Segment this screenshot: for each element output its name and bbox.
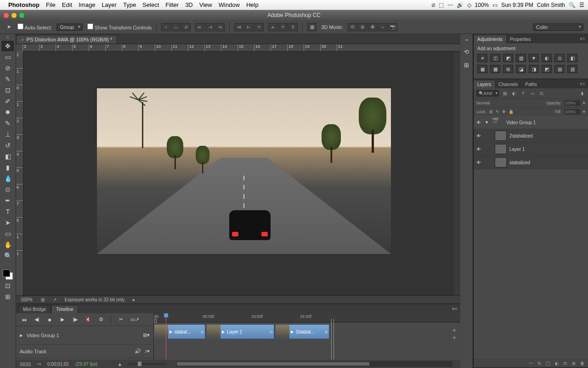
zoom-tool[interactable]: 🔍 [2, 251, 14, 261]
auto-align-icon[interactable]: ▦ [307, 23, 317, 31]
swatches-panel-icon[interactable]: ⊞ [464, 62, 469, 69]
link-layers-icon[interactable]: ⬳ [529, 361, 533, 366]
layer-mask-icon[interactable]: ◯ [546, 361, 550, 366]
filter-type-icon[interactable]: T [520, 90, 526, 97]
playhead[interactable] [166, 313, 166, 360]
layer-filter-dropdown[interactable]: 🔍Kind [476, 90, 499, 97]
audio-options-icon[interactable]: ♪▾ [145, 348, 150, 354]
crop-tool[interactable]: ⊡ [2, 85, 14, 95]
dodge-tool[interactable]: ⊙ [2, 184, 14, 195]
opacity-field[interactable]: 100% [564, 100, 580, 106]
move-tool[interactable]: ✥ [2, 41, 14, 51]
filter-shape-icon[interactable]: ▭ [529, 90, 536, 97]
zoom-out-icon[interactable]: ▲ [118, 362, 122, 367]
lasso-tool[interactable]: ⊘ [2, 63, 14, 73]
menu-help[interactable]: Help [246, 1, 259, 8]
pen-tool[interactable]: ✒ [2, 196, 14, 206]
audio-mute-icon[interactable]: 🔊 [135, 348, 141, 354]
align-top-icon[interactable]: ⫟ [161, 23, 170, 31]
settings-icon[interactable]: ⚙ [98, 316, 104, 322]
dist-left-icon[interactable]: ⫨ [268, 23, 277, 31]
convert-icon[interactable]: ↪ [37, 362, 41, 367]
zoom-slider[interactable] [129, 363, 165, 365]
layer-name[interactable]: stabalized [509, 160, 530, 165]
overflow-icon[interactable]: ⋯ [447, 2, 453, 8]
opacity-arrow-icon[interactable]: ▾ [583, 101, 585, 105]
adjustment-icon-3[interactable]: ▨ [516, 54, 526, 62]
3d-slide-icon[interactable]: ↔ [378, 23, 387, 31]
screenmode-tool[interactable]: ⊞ [2, 292, 14, 302]
quickmask-tool[interactable]: ⊡ [2, 281, 14, 291]
menu-window[interactable]: Window [219, 1, 240, 8]
tab-timeline[interactable]: Timeline [51, 305, 78, 313]
current-tool-icon[interactable]: ➤ [5, 24, 13, 30]
filter-smart-icon[interactable]: ⊡ [538, 90, 545, 97]
3d-zoom-icon[interactable]: 📷 [388, 23, 397, 31]
tab-properties[interactable]: Properties [506, 35, 535, 43]
adjustment-icon-15[interactable]: ▥ [567, 65, 577, 73]
align-right-icon[interactable]: ⫤ [215, 23, 225, 31]
menu-select[interactable]: Select [142, 1, 159, 8]
share-icon[interactable]: ↗ [53, 297, 57, 302]
frame-mode-icon[interactable]: ⊡⊡⊡ [20, 362, 31, 367]
expand-group-icon[interactable]: ▼ [485, 120, 489, 125]
adjustment-icon-4[interactable]: ▼ [529, 54, 539, 62]
menu-image[interactable]: Image [79, 1, 95, 8]
align-hcenter-icon[interactable]: ⫣ [205, 23, 215, 31]
screencast-icon[interactable]: ⎚ [432, 2, 435, 8]
adjustment-icon-0[interactable]: ☀ [477, 54, 487, 62]
notification-center-icon[interactable]: ☰ [579, 2, 584, 8]
filter-toggle[interactable]: ▮ [579, 90, 585, 97]
layer-fx-icon[interactable]: fx [538, 361, 541, 366]
first-frame-button[interactable]: ⏮ [21, 317, 27, 322]
tab-adjustments[interactable]: Adjustments [474, 35, 506, 43]
transition-button[interactable]: ▭↗ [130, 316, 137, 322]
align-vcenter-icon[interactable]: ⫠ [171, 23, 181, 31]
healing-tool[interactable]: ✹ [2, 107, 14, 117]
auto-select-checkbox[interactable]: Auto-Select: [17, 23, 52, 30]
lock-all-icon[interactable]: 🔒 [509, 109, 514, 114]
fill-arrow-icon[interactable]: ▾ [583, 109, 585, 114]
mute-button[interactable]: 🔇 [85, 316, 91, 322]
user-name[interactable]: Colin Smith [537, 2, 565, 8]
lock-pixels-icon[interactable]: ✎ [496, 109, 499, 114]
align-left-icon[interactable]: ⫢ [195, 23, 204, 31]
visibility-toggle-icon[interactable]: 👁 [475, 120, 482, 125]
brush-tool[interactable]: ✎ [2, 118, 14, 128]
adjustment-icon-11[interactable]: ◪ [516, 65, 526, 73]
vertical-ruler[interactable]: 2101234567811 [16, 52, 23, 295]
shape-tool[interactable]: ▭ [2, 229, 14, 239]
track-options-icon[interactable]: ⊞▾ [143, 332, 150, 338]
video-group-track-header[interactable]: ▶ Video Group 1 ⊞▾ [16, 326, 153, 345]
panel-grip-icon[interactable]: ⠿ [6, 36, 9, 40]
zoom-level[interactable]: 100% [21, 297, 33, 302]
layer-row[interactable]: 👁Layer 1 [474, 143, 588, 156]
workspace-dropdown[interactable]: Colin [533, 23, 583, 31]
adjustment-icon-6[interactable]: ⚖ [554, 54, 565, 62]
tab-mini-bridge[interactable]: Mini Bridge [18, 305, 51, 313]
dist-bottom-icon[interactable]: ⫧ [254, 23, 264, 31]
close-tab-icon[interactable]: × [21, 37, 24, 42]
filter-pixel-icon[interactable]: ▧ [502, 90, 508, 97]
new-group-icon[interactable]: 🗀 [563, 361, 567, 366]
menu-layer[interactable]: Layer [102, 1, 117, 8]
history-panel-icon[interactable]: ⟲ [464, 48, 469, 55]
blur-tool[interactable]: 💧 [2, 173, 14, 184]
layer-group-row[interactable]: 👁▼🎬Video Group 1 [474, 116, 588, 129]
dropbox-icon[interactable]: ⬚ [439, 2, 444, 8]
app-name[interactable]: Photoshop [8, 1, 40, 8]
menu-type[interactable]: Type [123, 1, 136, 8]
type-tool[interactable]: T [2, 207, 14, 217]
adjustment-icon-13[interactable]: ◩ [542, 65, 552, 73]
layer-name[interactable]: 2stabalized [509, 133, 533, 138]
minimize-button[interactable] [11, 13, 17, 18]
menu-edit[interactable]: Edit [62, 1, 72, 8]
stamp-tool[interactable]: ⊥ [2, 129, 14, 139]
visibility-toggle-icon[interactable]: 👁 [475, 147, 482, 152]
audio-track-header[interactable]: Audio Track 🔊 ♪▾ [16, 345, 153, 358]
audio-track[interactable]: ＋ [154, 332, 460, 345]
gradient-tool[interactable]: ▮ [2, 162, 14, 172]
3d-orbit-icon[interactable]: ⟲ [348, 23, 357, 31]
marquee-tool[interactable]: ▭ [2, 52, 14, 62]
add-audio-button[interactable]: ＋ [451, 334, 458, 342]
